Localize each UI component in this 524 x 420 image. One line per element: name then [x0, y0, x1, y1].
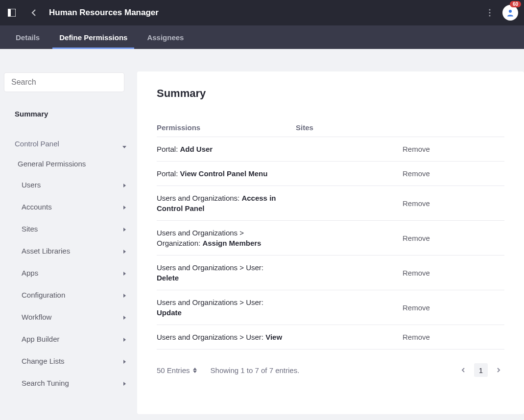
sidebar-item-sites[interactable]: Sites — [4, 218, 137, 240]
remove-button[interactable]: Remove — [403, 234, 504, 242]
sidebar-item-change-lists[interactable]: Change Lists — [4, 350, 137, 372]
entries-label: 50 Entries — [157, 366, 190, 374]
sidebar-item-asset-libraries[interactable]: Asset Libraries — [4, 240, 137, 262]
svg-marker-8 — [123, 206, 126, 210]
permission-cell: Users and Organizations > User: Delete — [157, 262, 296, 283]
svg-marker-11 — [123, 272, 126, 276]
caret-down-icon — [122, 142, 126, 146]
sidebar-item-app-builder[interactable]: App Builder — [4, 328, 137, 350]
caret-right-icon — [122, 269, 126, 277]
sidebar-item-label: App Builder — [22, 335, 60, 343]
sidebar-item-label: Configuration — [22, 291, 65, 299]
sidebar-item-workflow[interactable]: Workflow — [4, 306, 137, 328]
table-row: Users and Organizations > User: ViewRemo… — [157, 325, 504, 350]
notification-badge[interactable]: 60 — [510, 1, 521, 7]
permission-cell: Users and Organizations: Access in Contr… — [157, 193, 296, 213]
chevron-left-icon — [461, 368, 466, 373]
remove-button[interactable]: Remove — [403, 269, 504, 277]
table-row: Users and Organizations > User: DeleteRe… — [157, 256, 504, 290]
table-row: Users and Organizations: Access in Contr… — [157, 186, 504, 221]
sidebar-item-label: Apps — [22, 269, 38, 277]
svg-marker-15 — [123, 360, 126, 364]
column-header-permissions[interactable]: Permissions — [157, 123, 296, 132]
sidebar: Summary Control Panel General Permission… — [0, 49, 137, 420]
sidebar-item-label: Change Lists — [22, 357, 65, 365]
search-input[interactable] — [4, 72, 124, 92]
remove-button[interactable]: Remove — [403, 303, 504, 312]
permission-cell: Users and Organizations > Organization: … — [157, 228, 296, 248]
caret-right-icon — [122, 225, 126, 233]
table-row: Users and Organizations > Organization: … — [157, 221, 504, 256]
pagination-next[interactable] — [493, 364, 504, 376]
permission-cell: Users and Organizations > User: Update — [157, 297, 296, 318]
caret-right-icon — [122, 247, 126, 255]
pagination-page-current[interactable]: 1 — [474, 363, 488, 377]
caret-right-icon — [122, 181, 126, 189]
sidebar-item-label: Asset Libraries — [22, 247, 70, 255]
svg-marker-9 — [123, 228, 126, 232]
caret-right-icon — [122, 291, 126, 299]
sidebar-item-general-permissions[interactable]: General Permissions — [4, 154, 137, 174]
summary-card: Summary Permissions Sites Portal: Add Us… — [137, 71, 524, 414]
remove-button[interactable]: Remove — [403, 169, 504, 178]
svg-point-4 — [489, 15, 490, 16]
svg-marker-7 — [123, 184, 126, 187]
panel-icon — [8, 9, 16, 17]
page-title: Human Resources Manager — [49, 8, 159, 18]
sidebar-item-label: Sites — [22, 225, 38, 233]
options-button[interactable] — [484, 7, 496, 19]
caret-right-icon — [122, 379, 126, 387]
sidebar-item-apps[interactable]: Apps — [4, 262, 137, 284]
svg-point-2 — [489, 9, 490, 10]
entries-per-page-select[interactable]: 50 Entries — [157, 366, 197, 374]
svg-marker-14 — [123, 338, 126, 342]
svg-rect-1 — [8, 9, 11, 17]
sort-icon — [193, 368, 197, 373]
svg-marker-17 — [193, 368, 197, 370]
pagination-prev[interactable] — [457, 364, 469, 376]
tabs-bar: Details Define Permissions Assignees — [0, 25, 524, 49]
column-header-sites[interactable]: Sites — [296, 123, 403, 132]
table-row: Users and Organizations > User: UpdateRe… — [157, 290, 504, 325]
svg-marker-6 — [122, 146, 126, 148]
panel-toggle-button[interactable] — [6, 7, 18, 19]
sidebar-item-search-tuning[interactable]: Search Tuning — [4, 372, 137, 394]
svg-marker-12 — [123, 294, 126, 298]
svg-marker-13 — [123, 316, 126, 320]
remove-button[interactable]: Remove — [403, 145, 504, 153]
permissions-table: Permissions Sites Portal: Add UserRemove… — [157, 123, 504, 350]
sidebar-group-control-panel[interactable]: Control Panel — [4, 134, 137, 154]
caret-right-icon — [122, 203, 126, 211]
sidebar-summary[interactable]: Summary — [4, 104, 137, 124]
sidebar-item-label: Users — [22, 181, 41, 189]
chevron-left-icon — [31, 9, 38, 16]
svg-marker-18 — [193, 371, 197, 373]
sidebar-group-label: Control Panel — [15, 140, 59, 148]
caret-right-icon — [122, 313, 126, 321]
tab-details[interactable]: Details — [12, 25, 44, 49]
svg-marker-10 — [123, 250, 126, 254]
sidebar-item-label: Workflow — [22, 313, 51, 321]
pagination-showing: Showing 1 to 7 of 7 entries. — [211, 366, 300, 374]
chevron-right-icon — [496, 368, 501, 373]
sidebar-item-accounts[interactable]: Accounts — [4, 196, 137, 218]
permission-cell: Users and Organizations > User: View — [157, 332, 296, 342]
tab-define-permissions[interactable]: Define Permissions — [55, 25, 131, 49]
tab-assignees[interactable]: Assignees — [143, 25, 188, 49]
user-icon — [506, 8, 515, 17]
sidebar-item-label: Accounts — [22, 203, 52, 211]
permission-cell: Portal: View Control Panel Menu — [157, 168, 296, 179]
sidebar-item-users[interactable]: Users — [4, 174, 137, 196]
svg-marker-16 — [123, 382, 126, 386]
remove-button[interactable]: Remove — [403, 333, 504, 341]
ellipsis-vertical-icon — [489, 9, 491, 17]
caret-right-icon — [122, 335, 126, 343]
svg-point-3 — [489, 12, 490, 13]
sidebar-item-configuration[interactable]: Configuration — [4, 284, 137, 306]
svg-point-5 — [509, 10, 512, 13]
caret-right-icon — [122, 357, 126, 365]
remove-button[interactable]: Remove — [403, 199, 504, 208]
table-row: Portal: Add UserRemove — [157, 137, 504, 162]
permission-cell: Portal: Add User — [157, 144, 296, 154]
back-button[interactable] — [27, 6, 41, 20]
